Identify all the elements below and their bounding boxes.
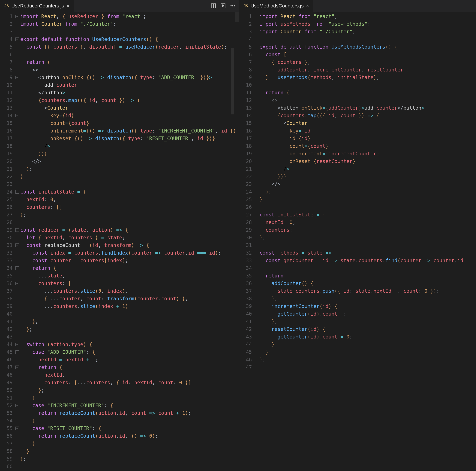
code-line[interactable]: case "RESET_COUNTER": { [20,424,239,432]
code-line[interactable]: } [20,440,239,447]
code-line[interactable]: counters: [ [20,280,239,287]
code-line[interactable]: case "ADD_COUNTER": { [20,348,239,356]
code-line[interactable]: const counter = counters[index]; [20,257,239,264]
code-line[interactable]: getCounter(id).count++; [260,310,476,318]
code-line[interactable]: <> [20,66,239,74]
code-line[interactable]: ))} [20,150,239,158]
code-line[interactable]: </button> [20,89,239,97]
code-line[interactable]: const methods = state => { [260,249,476,257]
fold-minus-icon[interactable]: − [16,343,19,346]
code-line[interactable]: return { [20,264,239,272]
code-line[interactable]: state.counters.push({ id: state.nextId++… [260,287,476,295]
close-icon[interactable]: × [306,3,309,8]
fold-minus-icon[interactable]: − [16,366,19,369]
fold-minus-icon[interactable]: − [16,426,19,430]
fold-minus-icon[interactable]: − [16,76,19,79]
code-line[interactable]: export default function UseReducerCounte… [20,35,239,43]
code-line[interactable]: }; [20,386,239,394]
code-line[interactable]: return { [260,272,476,280]
fold-cell[interactable]: − [15,402,19,409]
code-line[interactable] [260,81,476,89]
code-line[interactable]: ); [260,188,476,196]
layout-panel-icon[interactable] [211,3,216,9]
fold-minus-icon[interactable]: − [16,228,19,232]
code-line[interactable]: import useMethods from "use-methods"; [260,20,476,28]
code-line[interactable]: key={id} [20,112,239,119]
code-line[interactable]: counters: [] [260,226,476,234]
fold-cell[interactable]: − [15,13,19,20]
code-line[interactable]: /> [260,165,476,173]
code-line[interactable]: ); [20,165,239,173]
code-line[interactable]: const [{ counters }, dispatch] = useRedu… [20,43,239,51]
fold-minus-icon[interactable]: − [16,37,19,41]
code-line[interactable]: }, [260,318,476,325]
code-line[interactable]: <Counter [260,119,476,127]
code-line[interactable]: ] [20,310,239,318]
code-line[interactable] [20,333,239,341]
code-line[interactable]: onIncrement={incrementCounter} [260,150,476,158]
code-line[interactable] [20,28,239,35]
code-line[interactable]: return replaceCount(action.id, () => 0); [20,432,239,440]
fold-cell[interactable]: − [15,364,19,371]
fold-cell[interactable]: − [15,424,19,432]
code-line[interactable]: const [ [260,51,476,58]
code-line[interactable] [260,203,476,211]
code-line[interactable]: addCounter() { [260,280,476,287]
code-line[interactable]: resetCounter(id) { [260,325,476,333]
fold-cell[interactable]: − [15,188,19,196]
code-line[interactable]: const initialState = { [260,211,476,219]
code-line[interactable]: return ( [20,58,239,66]
code-line[interactable]: }; [20,318,239,325]
code-line[interactable]: nextId: 0, [260,219,476,226]
tab-use-methods-counters[interactable]: JS UseMethodsCounters.js × [239,0,314,12]
code-line[interactable]: } [20,173,239,180]
code-line[interactable]: incrementCounter(id) { [260,303,476,310]
code-line[interactable]: const initialState = { [20,188,239,196]
code-line[interactable]: export default function UseMethodsCounte… [260,43,476,51]
fold-cell[interactable]: − [15,348,19,356]
code-line[interactable] [20,219,239,226]
code-line[interactable]: import Counter from "./Counter"; [260,28,476,35]
code-line[interactable]: <button onClick={() => dispatch({ type: … [20,74,239,81]
code-line[interactable]: } [260,196,476,203]
code-line[interactable]: /> [20,142,239,150]
fold-cell[interactable]: − [15,280,19,287]
fold-cell[interactable]: − [15,341,19,348]
code-line[interactable]: { ...counter, count: transform(counter.c… [20,295,239,303]
code-line[interactable] [20,180,239,188]
code-line[interactable]: </> [260,180,476,188]
fold-minus-icon[interactable]: − [16,282,19,285]
code-line[interactable]: ...counters.slice(0, index), [20,287,239,295]
code-line[interactable]: } [20,394,239,402]
code-line[interactable]: }; [260,234,476,242]
code-line[interactable]: }, [260,295,476,303]
code-line[interactable]: ...state, [20,272,239,280]
code-line[interactable] [260,242,476,249]
code-line[interactable]: import Counter from "./Counter"; [20,20,239,28]
fold-minus-icon[interactable]: − [16,404,19,407]
fold-minus-icon[interactable]: − [16,350,19,354]
code-line[interactable] [260,35,476,43]
code-line[interactable]: { addCounter, incrementCounter, resetCou… [260,66,476,74]
code-line[interactable]: const reducer = (state, action) => { [20,226,239,234]
close-icon[interactable]: × [66,3,69,8]
code-area[interactable]: import React, { useReducer } from "react… [19,12,239,471]
code-line[interactable]: <button onClick={addCounter}>add counter… [260,104,476,112]
code-line[interactable]: import React, { useReducer } from "react… [20,13,239,20]
code-line[interactable]: nextId = nextId + 1; [20,356,239,364]
code-line[interactable]: const replaceCount = (id, transform) => … [20,242,239,249]
more-icon[interactable] [230,3,236,9]
code-line[interactable]: <Counter [20,104,239,112]
code-line[interactable]: key={id} [260,127,476,135]
code-line[interactable]: } [20,417,239,424]
code-editor[interactable]: 1234567891011121314151617181920212223242… [239,12,476,471]
code-line[interactable]: onReset={() => dispatch({ type: "RESET_C… [20,135,239,142]
code-line[interactable]: }; [20,455,239,463]
fold-cell[interactable]: − [15,74,19,81]
fold-minus-icon[interactable]: − [16,15,19,18]
fold-minus-icon[interactable]: − [16,114,19,117]
code-line[interactable]: {counters.map(({ id, count }) => ( [20,97,239,104]
code-line[interactable]: return replaceCount(action.id, count => … [20,409,239,417]
code-line[interactable]: count={count} [260,142,476,150]
code-line[interactable] [20,51,239,58]
